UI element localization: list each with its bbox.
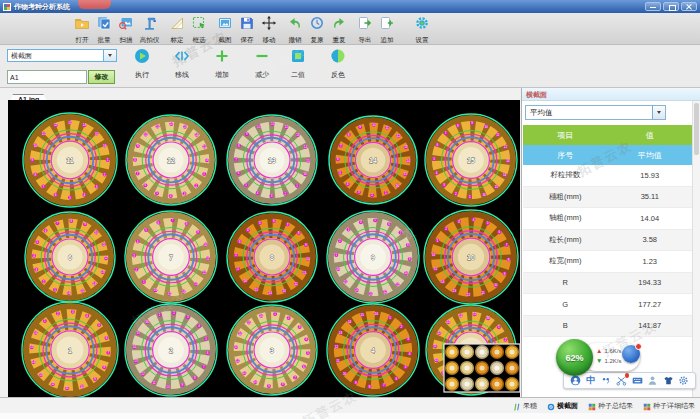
invert-button[interactable]: 反色: [318, 48, 358, 80]
stat-mode-select[interactable]: 平均值: [525, 105, 666, 120]
kernel-dot-number: 11: [42, 132, 45, 136]
table-row[interactable]: B141.87: [523, 316, 692, 338]
image-canvas[interactable]: 1234567891011121314151611123456789101112…: [8, 100, 520, 397]
batch-button[interactable]: 批量: [93, 15, 115, 45]
cob-number: 4: [371, 347, 375, 354]
modify-button[interactable]: 修改: [88, 70, 115, 84]
cob[interactable]: 123456789101112131415167: [125, 211, 217, 303]
cob[interactable]: 1234567891011121314151610: [424, 210, 518, 304]
cob-number: 11: [66, 157, 74, 164]
panel-scrollbar[interactable]: [692, 101, 700, 397]
table-row[interactable]: 籽粒排数15.93: [523, 165, 692, 187]
cob[interactable]: 1234567891011121314151614: [329, 116, 417, 204]
table-row[interactable]: G177.27: [523, 294, 692, 316]
cob-thumbnail-center: [494, 381, 499, 386]
plus-button[interactable]: 增加: [202, 48, 242, 80]
kernel-dot-number: 14: [269, 291, 273, 295]
doccam-button[interactable]: 高拍仪: [137, 15, 162, 45]
kernel-dot-number: 15: [95, 132, 99, 136]
statusbar-tab[interactable]: 种子总结果: [588, 397, 633, 415]
cob[interactable]: 123456789101112131415164: [327, 304, 419, 396]
cob-number: 3: [270, 347, 274, 354]
kernel-dot-number: 11: [243, 371, 246, 375]
play-button[interactable]: 执行: [122, 48, 162, 80]
save-button[interactable]: 保存: [236, 15, 258, 45]
view-mode-select[interactable]: 横截面: [7, 49, 117, 62]
screenshot-button[interactable]: 截图: [214, 15, 236, 45]
redo-button[interactable]: 重复: [328, 15, 350, 45]
cob-image[interactable]: 1234567891011121314151611123456789101112…: [8, 100, 520, 397]
row-label: R: [523, 273, 608, 294]
open-button[interactable]: 打开: [71, 15, 93, 45]
close-button[interactable]: [681, 2, 697, 11]
kernel-dot-number: 12: [467, 293, 471, 297]
skin-icon[interactable]: [663, 375, 674, 386]
scan-button[interactable]: 扫描: [115, 15, 137, 45]
button-label: 保存: [241, 36, 254, 45]
thumbnail-inset[interactable]: [444, 344, 520, 392]
undo-icon: [287, 15, 303, 35]
cob[interactable]: 1234567891011121314151615: [425, 114, 517, 206]
minus-icon: [254, 48, 270, 68]
cob[interactable]: 1234567891011121314151612: [126, 115, 216, 205]
kernel-dot-number: 10: [306, 257, 310, 261]
chevron-down-icon[interactable]: [652, 106, 665, 119]
settings-button[interactable]: 设置: [411, 15, 433, 45]
cob[interactable]: 123456789101112131415169: [327, 211, 419, 303]
cob-thumbnail-center: [479, 365, 484, 370]
settings-icon[interactable]: [678, 375, 689, 386]
window-controls: [645, 2, 697, 11]
kernel-dot-number: 10: [404, 271, 408, 275]
cob[interactable]: 123456789101112131415161: [22, 302, 118, 397]
statusbar-tab[interactable]: 横截面: [547, 397, 578, 415]
memory-usage-ball[interactable]: 62%: [556, 339, 593, 376]
binary-button[interactable]: 二值: [278, 48, 318, 80]
chevron-down-icon[interactable]: [103, 50, 116, 61]
kernel-dot-number: 12: [236, 359, 240, 363]
statusbar-tab-label: 种子总结果: [598, 401, 633, 411]
kernel-dot-number: 11: [496, 133, 499, 137]
cob[interactable]: 123456789101112131415166: [25, 212, 115, 302]
cob[interactable]: 1234567891011121314151613: [227, 115, 317, 205]
speed-ball-widget[interactable]: ▲ 1.6K/s ▼ 1.2K/s 62%: [556, 339, 646, 377]
kernel-dot-number: 15: [255, 288, 259, 292]
kernel-dot-number: 13: [234, 345, 238, 349]
sample-name-input[interactable]: [7, 70, 87, 84]
export-button[interactable]: 导出: [354, 15, 376, 45]
kernel-dot-number: 11: [303, 271, 306, 275]
undo-button[interactable]: 撤销: [284, 15, 306, 45]
boxselect-button[interactable]: 框选: [188, 15, 210, 45]
table-row[interactable]: 粒宽(mm)1.23: [523, 251, 692, 273]
cob-number: 8: [270, 254, 274, 261]
cob[interactable]: 123456789101112131415168: [227, 212, 317, 302]
minimize-button[interactable]: [645, 2, 661, 11]
table-row[interactable]: 穗粗(mm)35.11: [523, 187, 692, 209]
calibrate-button[interactable]: 标定: [166, 15, 188, 45]
kernel-dot-number: 12: [54, 123, 58, 127]
maximize-button[interactable]: [663, 2, 679, 11]
statusbar-tab[interactable]: 果穗: [513, 397, 537, 415]
move-button[interactable]: 移动: [258, 15, 280, 45]
statusbar-tab[interactable]: 种子详细结果: [643, 397, 695, 415]
append-button[interactable]: 追加: [376, 15, 398, 45]
window-title: 作物考种分析系统: [14, 2, 70, 12]
kernel-dot-number: 14: [32, 360, 36, 364]
table-row[interactable]: 粒长(mm)3.58: [523, 230, 692, 252]
boost-ball-icon[interactable]: [622, 345, 640, 363]
restore-button[interactable]: 复原: [306, 15, 328, 45]
minus-button[interactable]: 减少: [242, 48, 282, 80]
kernel-dot-number: 10: [257, 125, 261, 129]
kernel-dot-number: 16: [244, 279, 248, 283]
person-icon[interactable]: [647, 375, 658, 386]
cob-thumbnail-center: [509, 381, 514, 386]
cob[interactable]: 123456789101112131415163: [227, 305, 317, 395]
cob[interactable]: 123456789101112131415162: [125, 304, 217, 396]
moveline-button[interactable]: 移线: [162, 48, 202, 80]
table-row[interactable]: 轴粗(mm)14.04: [523, 208, 692, 230]
kernel-dot-number: 16: [337, 267, 341, 271]
row-value: 3.58: [608, 230, 693, 251]
scrollbar-thumb[interactable]: [694, 103, 699, 155]
kernel-dot-number: 11: [482, 291, 485, 295]
table-row[interactable]: R194.33: [523, 273, 692, 295]
cob[interactable]: 1234567891011121314151611: [23, 113, 117, 207]
